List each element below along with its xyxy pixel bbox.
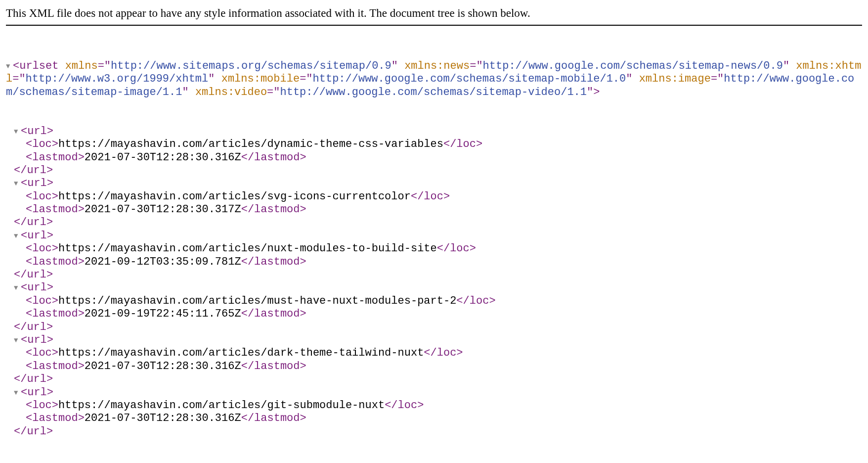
xml-tree: ▼<urlset xmlns="http://www.sitemaps.org/… (6, 34, 862, 452)
loc-value: https://mayashavin.com/articles/nuxt-mod… (58, 242, 437, 255)
url-close-tag: </url> (14, 373, 862, 386)
xml-info-header: This XML file does not appear to have an… (6, 5, 862, 26)
loc-element: <loc>https://mayashavin.com/articles/git… (14, 399, 862, 412)
url-open-tag: ▼<url> (14, 177, 862, 190)
lastmod-value: 2021-07-30T12:28:30.317Z (85, 203, 241, 216)
lastmod-element: <lastmod>2021-07-30T12:28:30.316Z</lastm… (14, 412, 862, 425)
url-close-tag: </url> (14, 269, 862, 281)
url-entry: ▼<url><loc>https://mayashavin.com/articl… (14, 177, 862, 230)
collapse-toggle-icon[interactable]: ▼ (14, 336, 21, 345)
url-open-tag: ▼<url> (14, 230, 862, 242)
lastmod-element: <lastmod>2021-07-30T12:28:30.316Z</lastm… (14, 151, 862, 164)
loc-value: https://mayashavin.com/articles/svg-icon… (58, 190, 411, 203)
lastmod-element: <lastmod>2021-07-30T12:28:30.316Z</lastm… (14, 360, 862, 373)
loc-value: https://mayashavin.com/articles/git-subm… (58, 399, 385, 412)
collapse-toggle-icon[interactable]: ▼ (14, 284, 21, 292)
root-open-tag: ▼<urlset xmlns="http://www.sitemaps.org/… (6, 60, 862, 99)
loc-element: <loc>https://mayashavin.com/articles/dyn… (14, 138, 862, 151)
lastmod-value: 2021-07-30T12:28:30.316Z (85, 360, 241, 372)
lastmod-element: <lastmod>2021-09-19T22:45:11.765Z</lastm… (14, 308, 862, 321)
lastmod-value: 2021-09-19T22:45:11.765Z (85, 308, 241, 320)
collapse-toggle-icon[interactable]: ▼ (14, 180, 21, 188)
lastmod-value: 2021-09-12T03:35:09.781Z (85, 256, 241, 268)
collapse-toggle-icon[interactable]: ▼ (14, 232, 21, 240)
lastmod-element: <lastmod>2021-07-30T12:28:30.317Z</lastm… (14, 203, 862, 216)
lastmod-value: 2021-07-30T12:28:30.316Z (85, 151, 241, 164)
collapse-toggle-icon[interactable]: ▼ (6, 62, 13, 71)
url-entry: ▼<url><loc>https://mayashavin.com/articl… (14, 386, 862, 439)
loc-element: <loc>https://mayashavin.com/articles/nux… (14, 242, 862, 255)
url-close-tag: </url> (14, 321, 862, 334)
url-open-tag: ▼<url> (14, 125, 862, 138)
loc-element: <loc>https://mayashavin.com/articles/dar… (14, 347, 862, 360)
lastmod-value: 2021-07-30T12:28:30.316Z (85, 412, 241, 424)
url-close-tag: </url> (14, 164, 862, 177)
url-entry: ▼<url><loc>https://mayashavin.com/articl… (14, 281, 862, 334)
lastmod-element: <lastmod>2021-09-12T03:35:09.781Z</lastm… (14, 256, 862, 269)
url-open-tag: ▼<url> (14, 334, 862, 347)
url-entry: ▼<url><loc>https://mayashavin.com/articl… (14, 125, 862, 178)
loc-element: <loc>https://mayashavin.com/articles/svg… (14, 190, 862, 203)
loc-value: https://mayashavin.com/articles/dynamic-… (58, 138, 443, 150)
collapse-toggle-icon[interactable]: ▼ (14, 128, 21, 136)
url-open-tag: ▼<url> (14, 281, 862, 294)
url-close-tag: </url> (14, 425, 862, 438)
url-entry: ▼<url><loc>https://mayashavin.com/articl… (14, 230, 862, 282)
collapse-toggle-icon[interactable]: ▼ (14, 389, 21, 397)
loc-value: https://mayashavin.com/articles/dark-the… (58, 347, 424, 359)
url-close-tag: </url> (14, 216, 862, 229)
loc-element: <loc>https://mayashavin.com/articles/mus… (14, 295, 862, 308)
loc-value: https://mayashavin.com/articles/must-hav… (58, 295, 456, 307)
url-open-tag: ▼<url> (14, 386, 862, 399)
url-entry: ▼<url><loc>https://mayashavin.com/articl… (14, 334, 862, 386)
